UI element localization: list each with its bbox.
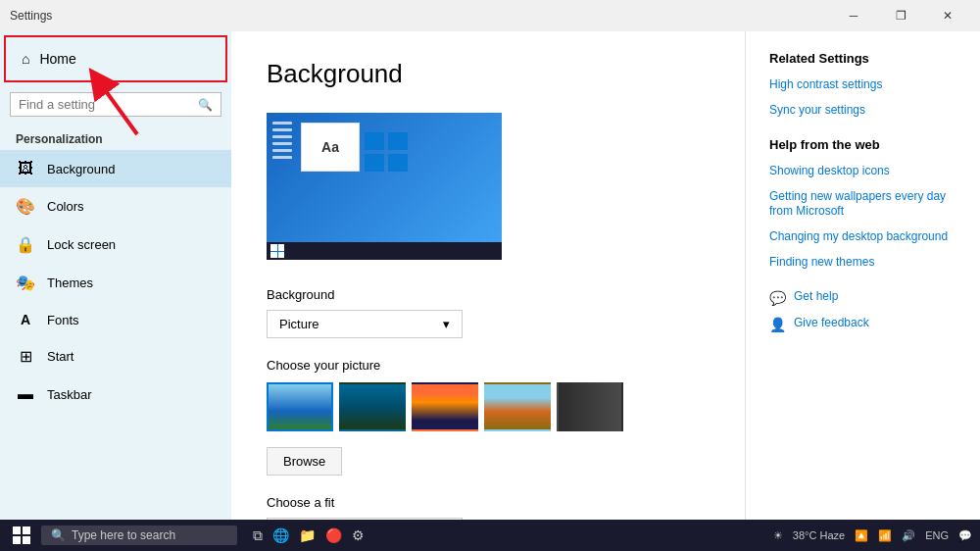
settings-icon[interactable]: ⚙	[352, 527, 365, 543]
sidebar-item-taskbar-label: Taskbar	[47, 387, 92, 402]
page-title: Background	[267, 59, 710, 89]
get-help-link[interactable]: 💬 Get help	[769, 289, 956, 306]
edge-icon[interactable]: 🌐	[272, 527, 289, 543]
sidebar-item-themes[interactable]: 🎭 Themes	[0, 264, 231, 302]
sidebar-item-lock-screen[interactable]: 🔒 Lock screen	[0, 225, 231, 264]
app-title: Settings	[10, 9, 52, 23]
search-icon: 🔍	[198, 98, 213, 112]
chrome-icon[interactable]: 🔴	[325, 527, 342, 543]
change-bg-link[interactable]: Changing my desktop background	[769, 229, 956, 245]
sidebar: ⌂ Home 🔍 Personalization 🖼 Background 🎨 …	[0, 31, 231, 520]
taskbar-search[interactable]: 🔍 Type here to search	[41, 526, 237, 545]
preview-line-5	[272, 149, 292, 152]
taskbar-search-text: Type here to search	[72, 528, 175, 542]
picture-thumb-5[interactable]	[557, 382, 623, 431]
search-input[interactable]	[19, 97, 192, 112]
sidebar-item-lock-label: Lock screen	[47, 237, 116, 252]
desktop-icons-link[interactable]: Showing desktop icons	[769, 164, 956, 179]
minimize-button[interactable]: ─	[831, 0, 876, 31]
preview-container: Aa	[267, 113, 502, 260]
preview-start	[270, 244, 284, 258]
choose-picture-label: Choose your picture	[267, 358, 710, 373]
start-icon: ⊞	[16, 347, 35, 366]
find-themes-link[interactable]: Finding new themes	[769, 255, 956, 271]
close-button[interactable]: ✕	[925, 0, 970, 31]
colors-icon: 🎨	[16, 197, 35, 216]
preview-line-1	[272, 122, 292, 125]
preview-tile-3	[365, 154, 384, 172]
taskbar-right: ☀ 38°C Haze 🔼 📶 🔊 ENG 💬	[773, 529, 972, 542]
weather-icon: ☀	[773, 529, 783, 542]
picture-thumb-3[interactable]	[412, 382, 478, 431]
get-help-label: Get help	[794, 289, 838, 303]
explorer-icon[interactable]: 📁	[299, 527, 316, 543]
sidebar-item-colors[interactable]: 🎨 Colors	[0, 187, 231, 225]
title-bar: Settings ─ ❐ ✕	[0, 0, 980, 31]
preview-line-2	[272, 128, 292, 131]
fit-label: Choose a fit	[267, 495, 710, 510]
feedback-icon: 👤	[769, 317, 786, 332]
high-contrast-link[interactable]: High contrast settings	[769, 77, 956, 93]
background-dropdown[interactable]: Picture ▾	[267, 310, 463, 338]
volume-icon: 🔊	[902, 529, 915, 542]
wallpapers-link[interactable]: Getting new wallpapers every day from Mi…	[769, 189, 956, 220]
picture-thumb-4[interactable]	[484, 382, 551, 431]
help-section: 💬 Get help 👤 Give feedback	[769, 289, 956, 332]
app-container: ⌂ Home 🔍 Personalization 🖼 Background 🎨 …	[0, 31, 980, 520]
taskbar-search-icon: 🔍	[51, 528, 66, 542]
help-icon: 💬	[769, 290, 786, 306]
sidebar-item-background-label: Background	[47, 162, 115, 176]
sidebar-item-taskbar[interactable]: ▬ Taskbar	[0, 376, 231, 413]
preview-tile-4	[388, 154, 408, 172]
sidebar-item-background[interactable]: 🖼 Background	[0, 150, 231, 187]
maximize-button[interactable]: ❐	[878, 0, 923, 31]
sidebar-item-fonts-label: Fonts	[47, 313, 79, 327]
wifi-icon: 📶	[878, 529, 892, 542]
home-icon: ⌂	[22, 51, 29, 67]
fit-dropdown[interactable]: Fill ▾	[267, 518, 463, 520]
picture-thumb-1[interactable]	[267, 382, 333, 431]
lock-icon: 🔒	[16, 235, 35, 254]
themes-icon: 🎭	[16, 274, 35, 292]
sidebar-item-fonts[interactable]: A Fonts	[0, 302, 231, 337]
preview-tiles	[365, 132, 408, 172]
search-box[interactable]: 🔍	[10, 92, 221, 117]
notification-icon: 💬	[958, 529, 972, 542]
window-controls: ─ ❐ ✕	[831, 0, 970, 31]
preview-line-3	[272, 135, 292, 138]
preview-taskbar	[267, 242, 502, 260]
right-panel: Related Settings High contrast settings …	[745, 31, 980, 520]
fonts-icon: A	[16, 312, 35, 327]
preview-tile-2	[388, 132, 408, 150]
picture-thumb-2[interactable]	[339, 382, 406, 431]
preview-line-6	[272, 156, 292, 159]
home-button[interactable]: ⌂ Home	[4, 35, 227, 82]
preview-tile-1	[365, 132, 384, 150]
task-view-icon[interactable]: ⧉	[253, 527, 263, 544]
taskbar-quick-icons: ⧉ 🌐 📁 🔴 ⚙	[253, 527, 365, 544]
background-dropdown-label: Background	[267, 287, 710, 302]
picture-grid	[267, 382, 710, 431]
home-label: Home	[39, 51, 75, 67]
preview-line-4	[272, 142, 292, 145]
browse-button[interactable]: Browse	[267, 447, 342, 476]
start-button[interactable]	[8, 522, 35, 549]
taskbar: 🔍 Type here to search ⧉ 🌐 📁 🔴 ⚙ ☀ 38°C H…	[0, 520, 980, 551]
weather-text: 38°C Haze	[793, 529, 845, 541]
background-dropdown-chevron: ▾	[443, 317, 450, 331]
sidebar-item-start[interactable]: ⊞ Start	[0, 337, 231, 376]
network-icon: 🔼	[855, 529, 868, 542]
sidebar-item-colors-label: Colors	[47, 199, 84, 214]
sidebar-item-start-label: Start	[47, 349, 74, 364]
lang-text: ENG	[925, 529, 949, 541]
background-icon: 🖼	[16, 160, 35, 177]
sync-settings-link[interactable]: Sync your settings	[769, 103, 956, 119]
section-label: Personalization	[0, 123, 231, 150]
preview-window: Aa	[301, 123, 360, 172]
taskbar-nav-icon: ▬	[16, 385, 35, 403]
sidebar-item-themes-label: Themes	[47, 276, 93, 290]
feedback-link[interactable]: 👤 Give feedback	[769, 316, 956, 332]
help-title: Help from the web	[769, 137, 956, 152]
main-content: Background Aa	[231, 31, 745, 520]
preview-sidebar	[270, 118, 295, 240]
